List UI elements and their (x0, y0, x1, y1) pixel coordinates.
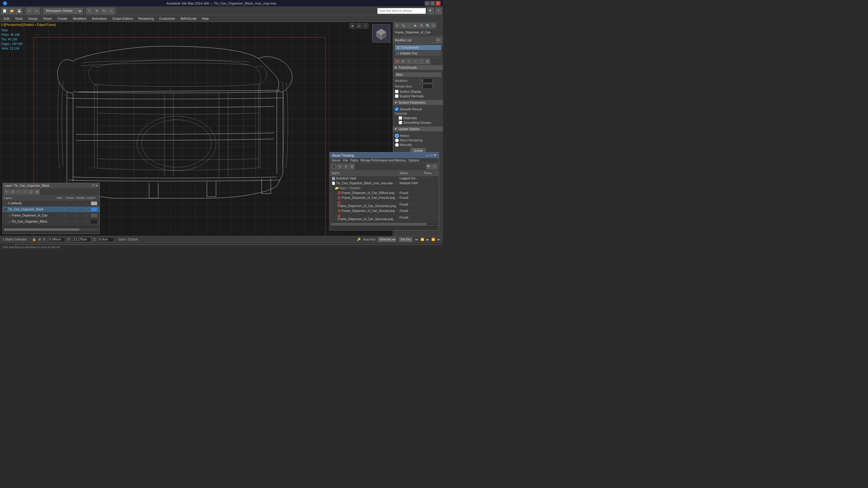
move-down-icon[interactable]: ↓ (418, 59, 424, 64)
isoline-checkbox[interactable] (395, 90, 399, 93)
play-btn[interactable]: ▶ (427, 238, 429, 241)
panel-icon-create[interactable]: ✦ (394, 23, 400, 28)
asset-menu-paths[interactable]: Paths (350, 159, 359, 162)
rotate-button[interactable]: ↻ (101, 8, 107, 14)
workspace-dropdown[interactable]: Workspace: Default (43, 8, 83, 14)
explicit-normals-checkbox[interactable] (395, 94, 399, 98)
menu-create[interactable]: Create (55, 16, 70, 21)
layer-row-frame[interactable]: ◇ Frame_Dispenser_of_Can — — — (8, 213, 99, 219)
asset-menu-bitmap[interactable]: Bitmap Performance and Memory (361, 159, 406, 162)
modifier-editable-poly[interactable]: □ Editable Poly (395, 51, 441, 56)
layer-new-btn[interactable]: + (4, 189, 9, 195)
render-iters-input[interactable] (421, 84, 433, 89)
asset-menu-options[interactable]: Options (409, 159, 419, 162)
surface-params-title[interactable]: ▼ Surface Parameters (393, 100, 443, 105)
menu-help[interactable]: Help (199, 16, 212, 21)
select-button[interactable]: ↖ (86, 8, 93, 14)
menu-maxscript[interactable]: MAXScript (178, 16, 199, 21)
new-button[interactable]: 📄 (1, 8, 8, 14)
menu-tools[interactable]: Tools (12, 16, 25, 21)
prev-key-btn[interactable]: ⏪ (421, 238, 424, 241)
help-button[interactable]: ? (435, 8, 442, 14)
layer-panel-title[interactable]: Layer: Tin_Can_Organizer_Black ? ✕ (3, 183, 99, 188)
asset-btn-search[interactable]: 🔍 (426, 164, 431, 169)
asset-row-vault[interactable]: 🏦 Autodesk Vault Logged Out ... (330, 176, 439, 181)
open-button[interactable]: 📂 (8, 8, 15, 14)
delete-modifier-icon[interactable]: ✕ (400, 59, 406, 64)
search-button[interactable]: 🔍 (427, 8, 434, 14)
manually-option[interactable]: Manually (395, 143, 441, 147)
panel-icon-close[interactable]: ✕ (431, 23, 436, 28)
asset-row-diffuse[interactable]: 🖼 Frame_Dispenser_of_Can_Diffuse.png Fou… (330, 191, 439, 196)
panel-icon-hierarchy[interactable]: ⋮ (406, 23, 412, 28)
menu-modifiers[interactable]: Modifiers (70, 16, 89, 21)
search-input[interactable] (377, 8, 426, 14)
layer-row-tin-can[interactable]: ⬛ Tin_Can_Organizer_Black — — — (3, 206, 99, 213)
asset-minimize-btn[interactable]: — (426, 153, 429, 157)
asset-row-file[interactable]: 📄 Tin_Can_Organizer_Black_max_vray.max N… (330, 181, 439, 186)
layer-row-black[interactable]: ◇ Tin_Can_Organizer_Black — — — (8, 219, 99, 225)
panel-icon-utilities[interactable]: 🔩 (425, 23, 430, 28)
asset-maximize-btn[interactable]: □ (430, 153, 432, 157)
turbosmooth-title[interactable]: ▼ TurboSmooth (393, 65, 443, 70)
layer-add-object-btn[interactable]: → (16, 189, 22, 195)
shading-icon[interactable]: ■ (349, 23, 355, 29)
iterations-input[interactable] (421, 78, 433, 83)
asset-btn-1[interactable]: ⬛ (331, 164, 337, 169)
menu-customize[interactable]: Customize (157, 16, 178, 21)
layer-scrollbar[interactable] (3, 225, 99, 234)
asset-close-btn[interactable]: ✕ (434, 153, 436, 157)
close-button[interactable]: ✕ (436, 1, 440, 6)
configure-icon[interactable]: ⚙ (425, 59, 430, 64)
scale-button[interactable]: ⤡ (108, 8, 115, 14)
redo-button[interactable]: ↪ (33, 8, 40, 14)
menu-rendering[interactable]: Rendering (136, 16, 156, 21)
menu-animation[interactable]: Animation (89, 16, 109, 21)
asset-row-specular[interactable]: 🖼 Frame_Dispenser_of_Can_Specular.png Fo… (330, 214, 439, 222)
prev-frame-btn[interactable]: ⏮ (415, 238, 418, 241)
save-button[interactable]: 💾 (16, 8, 23, 14)
layer-merge-btn[interactable]: ⊕ (34, 189, 40, 195)
asset-btn-3[interactable]: ↺ (343, 164, 349, 169)
layer-row-default[interactable]: ⬛ 0 (default) — — — (3, 200, 99, 206)
x-coord-input[interactable] (49, 237, 65, 242)
navigation-cube[interactable] (372, 24, 390, 42)
update-options-title[interactable]: ▼ Update Options (393, 127, 443, 131)
when-rendering-option[interactable]: When Rendering (395, 138, 441, 142)
always-option[interactable]: Always (395, 134, 441, 138)
layer-help-btn[interactable]: ? (92, 184, 94, 187)
menu-group[interactable]: Group (26, 16, 40, 21)
panel-icon-modify[interactable]: 🔧 (400, 23, 406, 28)
main-section[interactable]: Main (395, 72, 441, 77)
asset-row-maps[interactable]: 📁 Maps / Shaders (330, 186, 439, 191)
modifier-list-dropdown[interactable]: ▼ (436, 37, 441, 43)
asset-scrollbar[interactable] (331, 223, 437, 225)
asset-row-fresnel[interactable]: 🖼 Frame_Dispenser_of_Can_Fresnel.png Fou… (330, 196, 439, 200)
next-key-btn[interactable]: ⏩ (431, 238, 435, 241)
viewport-icon[interactable]: + (363, 23, 368, 29)
next-frame-btn[interactable]: ⏭ (437, 238, 440, 241)
asset-row-glossiness[interactable]: 🖼 Frame_Dispenser_of_Can_Glossiness.png … (330, 200, 439, 208)
menu-graph-editors[interactable]: Graph Editors (110, 16, 135, 21)
undo-button[interactable]: ↩ (26, 8, 33, 14)
z-coord-input[interactable] (99, 237, 114, 242)
mode-select[interactable]: Selected (378, 237, 396, 242)
asset-panel-title[interactable]: Asset Tracking — □ ✕ (330, 152, 439, 158)
move-button[interactable]: ✛ (93, 8, 100, 14)
modifier-turbosmooth[interactable]: ☰ TurboSmooth (395, 45, 441, 50)
smoothing-groups-checkbox[interactable] (399, 121, 402, 124)
asset-menu-server[interactable]: Server (332, 159, 340, 162)
asset-menu-file[interactable]: File (343, 159, 348, 162)
materials-checkbox[interactable] (399, 116, 402, 120)
minimize-button[interactable]: — (425, 1, 430, 6)
panel-icon-display[interactable]: 👁 (418, 23, 424, 28)
asset-row-normal[interactable]: 🖼 Frame_Dispenser_of_Can_Normal.png Foun… (330, 208, 439, 214)
menu-edit[interactable]: Edit (1, 16, 12, 21)
layer-close-btn[interactable]: ✕ (95, 184, 98, 187)
layer-delete-btn[interactable]: ✕ (10, 189, 16, 195)
pin-icon[interactable]: 📌 (394, 59, 400, 64)
asset-btn-2[interactable]: ✕ (337, 164, 343, 169)
layer-highlight-btn[interactable]: ⬡ (28, 189, 34, 195)
wireframe-icon[interactable]: ◫ (356, 23, 362, 29)
asset-btn-4[interactable]: ☰ (349, 164, 355, 169)
